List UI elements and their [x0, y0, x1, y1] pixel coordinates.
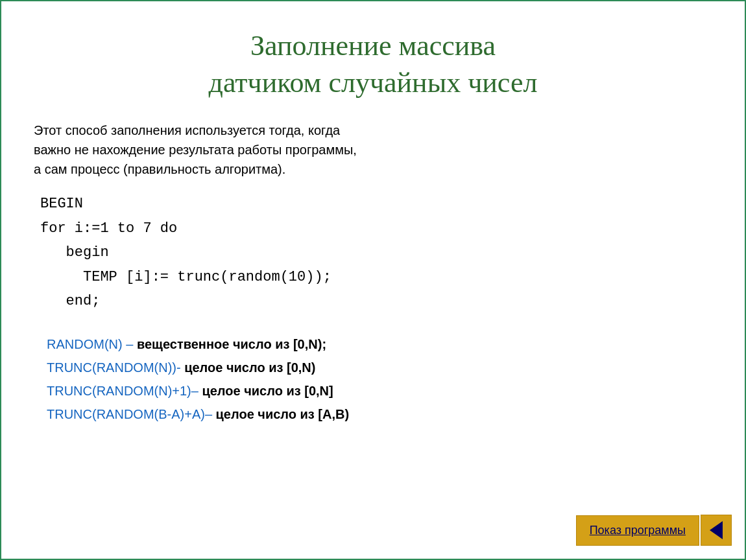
code-line-1: BEGIN — [40, 192, 712, 216]
info-line-2: TRUNC(RANDOM(N))- целое число из [0,N) — [47, 356, 712, 379]
code-line-3: begin — [40, 240, 712, 264]
title-line1: Заполнение массива — [34, 27, 712, 64]
info-line-3-blue: TRUNC(RANDOM(N)+1)– — [47, 384, 199, 398]
info-line-2-black: целое число из [0,N) — [181, 360, 316, 375]
info-line-2-blue: TRUNC(RANDOM(N))- — [47, 360, 181, 375]
info-line-4: TRUNC(RANDOM(B-A)+A)– целое число из [A,… — [47, 402, 712, 426]
info-line-1: RANDOM(N) – вещественное число из [0,N); — [47, 332, 712, 356]
info-line-4-black: целое число из [A,B) — [212, 407, 349, 421]
code-block: BEGIN for i:=1 to 7 do begin TEMP [i]:= … — [40, 192, 712, 313]
bottom-button-area: Показ программы — [576, 515, 732, 546]
code-line-4: TEMP [i]:= trunc(random(10)); — [40, 265, 712, 289]
info-line-3-black: целое число из [0,N] — [199, 384, 333, 398]
description-text: Этот способ заполнения используется тогд… — [34, 121, 712, 179]
code-line-5: end; — [40, 289, 712, 313]
info-section: RANDOM(N) – вещественное число из [0,N);… — [47, 332, 712, 426]
arrow-back-button[interactable] — [701, 515, 732, 546]
info-line-1-black: вещественное число из [0,N); — [133, 337, 326, 351]
info-line-3: TRUNC(RANDOM(N)+1)– целое число из [0,N] — [47, 379, 712, 402]
arrow-left-icon — [710, 521, 723, 539]
info-line-4-blue: TRUNC(RANDOM(B-A)+A)– — [47, 407, 212, 421]
title-line2: датчиком случайных чисел — [34, 64, 712, 101]
info-line-1-blue: RANDOM(N) – — [47, 337, 133, 351]
code-line-2: for i:=1 to 7 do — [40, 216, 712, 240]
show-program-button[interactable]: Показ программы — [576, 515, 699, 546]
slide-container: Заполнение массива датчиком случайных чи… — [0, 0, 746, 560]
title-section: Заполнение массива датчиком случайных чи… — [34, 27, 712, 101]
